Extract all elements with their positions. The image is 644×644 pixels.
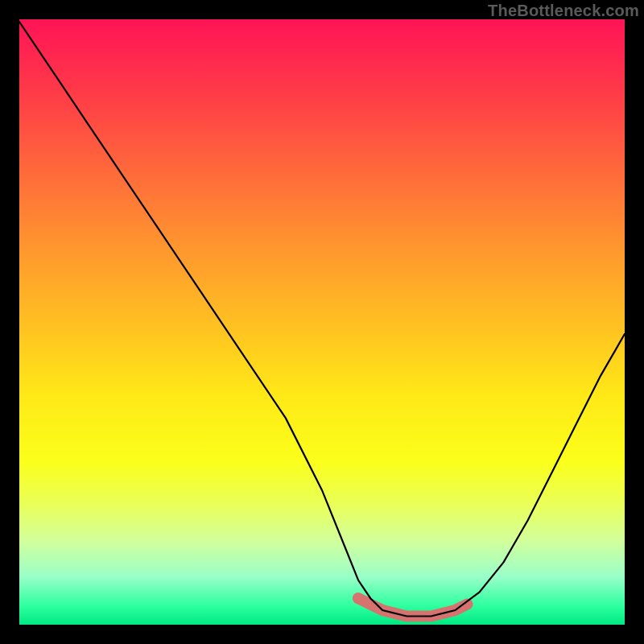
chart-svg — [19, 19, 625, 625]
plot-area — [19, 19, 625, 625]
bottleneck-curve — [19, 22, 625, 617]
optimal-range-dot — [353, 592, 364, 604]
watermark-text: TheBottleneck.com — [488, 2, 639, 20]
optimal-range-highlight — [358, 598, 467, 616]
chart-frame: TheBottleneck.com — [0, 0, 644, 644]
